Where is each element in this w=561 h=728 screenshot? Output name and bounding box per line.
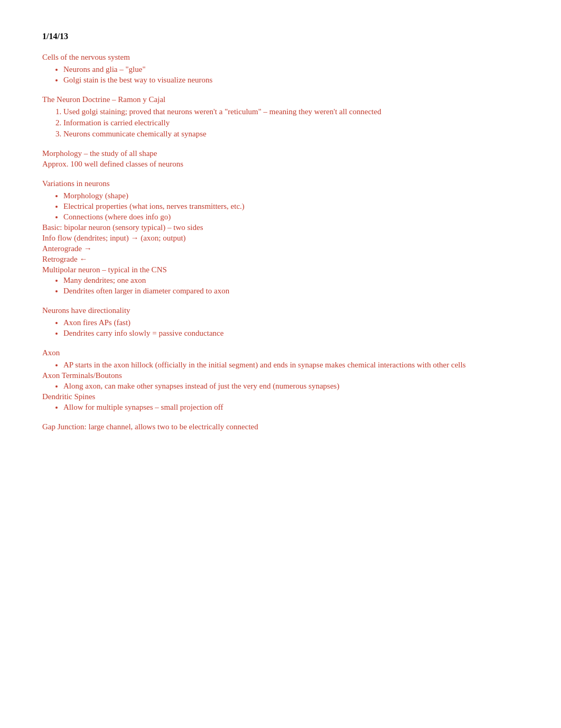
variations-extra-1: Info flow (dendrites; input) → (axon; ou… — [42, 234, 519, 243]
section-axon: Axon AP starts in the axon hillock (offi… — [42, 348, 519, 412]
list-item: Axon fires APs (fast) — [63, 318, 519, 327]
list-item: Dendrites carry info slowly = passive co… — [63, 329, 519, 338]
section-directionality: Neurons have directionality Axon fires A… — [42, 306, 519, 338]
list-item: AP starts in the axon hillock (officiall… — [63, 361, 519, 370]
list-item: Electrical properties (what ions, nerves… — [63, 202, 519, 211]
list-item: Neurons communicate chemically at synaps… — [63, 130, 519, 139]
list-item: Many dendrites; one axon — [63, 276, 519, 285]
list-item: Neurons and glia – "glue" — [63, 65, 519, 74]
list-item: Golgi stain is the best way to visualize… — [63, 76, 519, 85]
list-item: Allow for multiple synapses – small proj… — [63, 403, 519, 412]
axon-list: AP starts in the axon hillock (officiall… — [63, 361, 519, 370]
variations-extra-4: Multipolar neuron – typical in the CNS — [42, 265, 519, 274]
list-item: Information is carried electrically — [63, 118, 519, 127]
multipolar-list: Many dendrites; one axon Dendrites often… — [63, 276, 519, 296]
neuron-doctrine-list: Used golgi staining; proved that neurons… — [63, 107, 519, 139]
variations-extra-2: Anterograde → — [42, 244, 519, 253]
list-item: Dendrites often larger in diameter compa… — [63, 287, 519, 296]
directionality-list: Axon fires APs (fast) Dendrites carry in… — [63, 318, 519, 338]
list-item: Morphology (shape) — [63, 191, 519, 200]
section-morphology: Morphology – the study of all shape Appr… — [42, 149, 519, 169]
morphology-line2: Approx. 100 well defined classes of neur… — [42, 160, 519, 169]
variations-list: Morphology (shape) Electrical properties… — [63, 191, 519, 222]
gap-junction-line: Gap Junction: large channel, allows two … — [42, 422, 519, 431]
section-cells: Cells of the nervous system Neurons and … — [42, 53, 519, 85]
page-container: 1/14/13 Cells of the nervous system Neur… — [42, 32, 519, 431]
directionality-title: Neurons have directionality — [42, 306, 519, 315]
axon-title: Axon — [42, 348, 519, 357]
cells-title: Cells of the nervous system — [42, 53, 519, 62]
list-item: Along axon, can make other synapses inst… — [63, 382, 519, 391]
axon-terminals-list: Along axon, can make other synapses inst… — [63, 382, 519, 391]
neuron-doctrine-title: The Neuron Doctrine – Ramon y Cajal — [42, 95, 519, 104]
dendritic-spines-title: Dendritic Spines — [42, 392, 519, 401]
section-gap-junction: Gap Junction: large channel, allows two … — [42, 422, 519, 431]
section-variations: Variations in neurons Morphology (shape)… — [42, 179, 519, 296]
cells-list: Neurons and glia – "glue" Golgi stain is… — [63, 65, 519, 85]
morphology-line1: Morphology – the study of all shape — [42, 149, 519, 158]
section-neuron-doctrine: The Neuron Doctrine – Ramon y Cajal Used… — [42, 95, 519, 139]
date-heading: 1/14/13 — [42, 32, 519, 41]
list-item: Used golgi staining; proved that neurons… — [63, 107, 519, 116]
variations-extra-0: Basic: bipolar neuron (sensory typical) … — [42, 223, 519, 232]
list-item: Connections (where does info go) — [63, 213, 519, 222]
axon-terminals-title: Axon Terminals/Boutons — [42, 371, 519, 380]
variations-title: Variations in neurons — [42, 179, 519, 188]
variations-extra-3: Retrograde ← — [42, 255, 519, 264]
dendritic-spines-list: Allow for multiple synapses – small proj… — [63, 403, 519, 412]
